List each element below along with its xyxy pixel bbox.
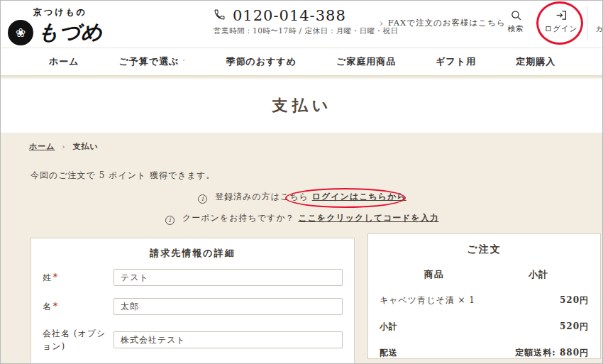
- info-icon: i: [165, 216, 175, 225]
- cart-button[interactable]: カート: [590, 9, 603, 34]
- logo-text: もづめ: [38, 18, 103, 47]
- search-button[interactable]: 検索: [497, 9, 534, 34]
- nav-item-seasonal[interactable]: 季節のおすすめ: [226, 55, 297, 68]
- firstname-field[interactable]: [114, 298, 343, 315]
- chevron-down-icon: ˅: [182, 58, 186, 66]
- breadcrumb-separator-icon: ›: [62, 143, 66, 150]
- company-field[interactable]: [114, 331, 343, 348]
- nav-item-household[interactable]: ご家庭用商品: [336, 55, 396, 68]
- order-item-price: 520円: [560, 294, 589, 307]
- lastname-field[interactable]: [114, 269, 343, 286]
- search-label: 検索: [497, 24, 534, 34]
- nav-item-home[interactable]: ホーム: [49, 55, 79, 68]
- coupon-notice-text: クーポンをお持ちですか？: [182, 213, 295, 223]
- subtotal-value: 520円: [560, 321, 589, 333]
- shipping-value: 定額送料: 880円: [515, 347, 589, 359]
- company-label: 会社名 (オプション): [43, 327, 114, 353]
- page-title-band: 支払い: [1, 79, 603, 133]
- login-icon: [543, 9, 580, 21]
- breadcrumb: ホーム › 支払い: [29, 141, 99, 152]
- subtotal-column-header: 小計: [488, 268, 589, 281]
- logo-crest-icon: ❀: [8, 20, 33, 45]
- nav-item-subscription[interactable]: 定期購入: [516, 55, 555, 68]
- order-summary: ご注文 商品 小計 キャベツ青じそ漬 × 1 520円 小計 520円 配送 定…: [367, 233, 601, 359]
- cart-label: カート: [590, 24, 603, 34]
- logo-tagline: 京つけもの: [33, 6, 87, 18]
- info-icon: i: [198, 194, 207, 204]
- header-divider: [587, 6, 587, 40]
- site-header: 京つけもの ❀ もづめ 0120-014-388 営業時間：10時〜17時 / …: [1, 1, 603, 48]
- chevron-right-icon: ›: [380, 18, 384, 28]
- form-row-firstname: 名*: [43, 298, 343, 315]
- shipping-label: 配送: [380, 347, 398, 359]
- points-message: 今回のご注文で 5 ポイント 獲得できます。: [31, 170, 215, 182]
- nav-item-budget[interactable]: ご予算で選ぶ˅: [118, 55, 186, 68]
- phone-icon: [214, 9, 226, 23]
- order-table-header: 商品 小計: [380, 268, 589, 281]
- form-row-lastname: 姓*: [43, 269, 343, 286]
- billing-details-form: 請求先情報の詳細 姓* 名* 会社名 (オプション) 電話*: [31, 238, 355, 364]
- breadcrumb-home-link[interactable]: ホーム: [29, 141, 55, 152]
- subtotal-label: 小計: [380, 321, 398, 333]
- order-item-name: キャベツ青じそ漬 × 1: [380, 294, 475, 307]
- business-hours: 営業時間：10時〜17時 / 定休日：月曜・日曜・祝日: [214, 26, 398, 36]
- required-mark: *: [53, 302, 58, 311]
- firstname-label: 名*: [43, 300, 114, 313]
- phone-number[interactable]: 0120-014-388: [233, 7, 346, 24]
- lastname-label: 姓*: [43, 271, 114, 284]
- cart-icon: [590, 9, 603, 21]
- main-nav: ホーム ご予算で選ぶ˅ 季節のおすすめ ご家庭用商品 ギフト用 定期購入: [1, 48, 603, 75]
- order-subtotal-row: 小計 520円: [380, 321, 589, 333]
- coupon-code-link[interactable]: ここをクリックしてコードを入力: [298, 213, 438, 223]
- login-button[interactable]: ログイン: [543, 9, 580, 34]
- login-label: ログイン: [543, 24, 580, 34]
- content-area: ホーム › 支払い 今回のご注文で 5 ポイント 獲得できます。 i 登録済みの…: [1, 133, 603, 364]
- page-title: 支払い: [272, 95, 333, 116]
- coupon-notice: i クーポンをお持ちですか？ ここをクリックしてコードを入力: [1, 212, 603, 225]
- order-item-row: キャベツ青じそ漬 × 1 520円: [380, 294, 589, 307]
- site-logo[interactable]: 京つけもの ❀ もづめ: [8, 4, 107, 45]
- order-summary-title: ご注文: [380, 243, 589, 256]
- login-notice: i 登録済みの方はこちら ログインはこちらから: [1, 191, 603, 204]
- login-notice-text: 登録済みの方はこちら: [215, 192, 312, 202]
- fax-order-link[interactable]: › FAXで注文のお客様はこちら: [380, 18, 506, 28]
- product-column-header: 商品: [380, 268, 488, 281]
- nav-item-gift[interactable]: ギフト用: [436, 55, 476, 68]
- form-row-company: 会社名 (オプション): [43, 327, 343, 353]
- billing-form-title: 請求先情報の詳細: [43, 247, 343, 260]
- fax-link-label: FAXで注文のお客様はこちら: [388, 18, 506, 28]
- order-shipping-row: 配送 定額送料: 880円: [380, 347, 589, 359]
- login-here-link[interactable]: ログインはこちらから: [312, 192, 406, 202]
- breadcrumb-current: 支払い: [73, 141, 99, 152]
- required-mark: *: [53, 272, 58, 282]
- search-icon: [497, 9, 534, 21]
- checkout-page: 京つけもの ❀ もづめ 0120-014-388 営業時間：10時〜17時 / …: [0, 0, 603, 364]
- phone-block: 0120-014-388 営業時間：10時〜17時 / 定休日：月曜・日曜・祝日: [214, 7, 398, 36]
